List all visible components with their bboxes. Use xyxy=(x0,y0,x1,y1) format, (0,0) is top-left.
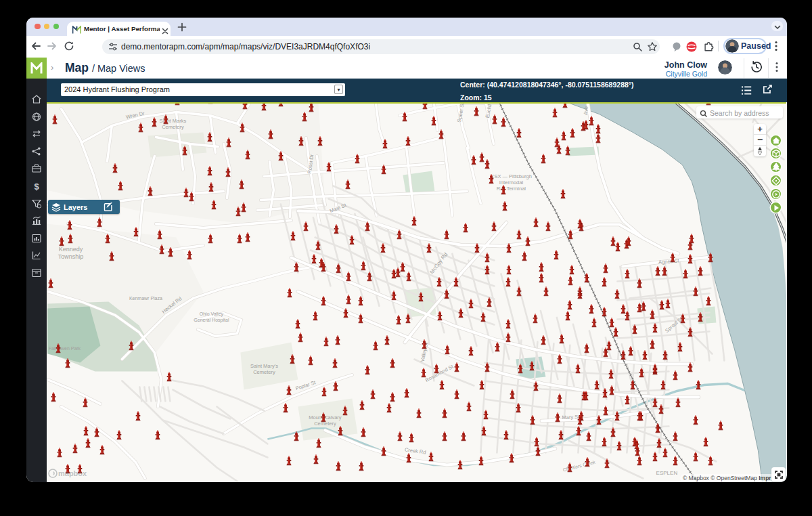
svg-text:Kennedy: Kennedy xyxy=(58,245,83,252)
svg-text:$: $ xyxy=(34,181,39,192)
svg-text:General Hospital: General Hospital xyxy=(194,317,229,322)
svg-text:Ave: Ave xyxy=(582,106,589,115)
svg-text:ESPLEN: ESPLEN xyxy=(656,469,677,475)
svg-text:Saint Marks: Saint Marks xyxy=(159,117,186,123)
svg-text:Rail Terminal: Rail Terminal xyxy=(496,185,526,191)
svg-text:Ohio Valley: Ohio Valley xyxy=(199,311,223,316)
svg-text:CSX — Pittsburgh: CSX — Pittsburgh xyxy=(491,173,532,179)
svg-text:mapbox: mapbox xyxy=(58,469,87,477)
svg-text:Mary St: Mary St xyxy=(562,414,580,421)
svg-text:Fairhaven Park: Fairhaven Park xyxy=(48,345,81,350)
svg-text:Cemetery: Cemetery xyxy=(162,123,184,129)
svg-text:Township: Township xyxy=(58,253,83,259)
svg-text:Intermodal: Intermodal xyxy=(499,179,523,185)
svg-text:Kenmawr Plaza: Kenmawr Plaza xyxy=(129,295,162,300)
svg-text:Saint Mary's: Saint Mary's xyxy=(250,362,277,368)
svg-text:Cemetery: Cemetery xyxy=(253,368,275,374)
